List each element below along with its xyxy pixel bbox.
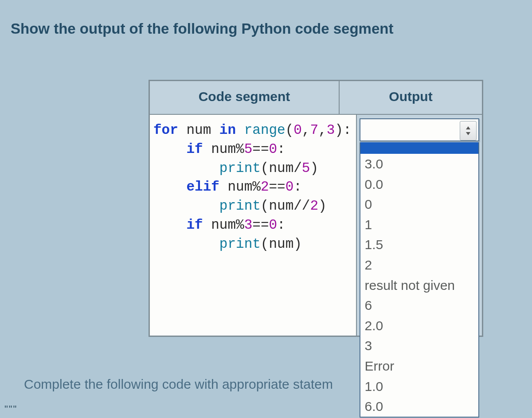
- option-12[interactable]: 6.0: [360, 396, 478, 417]
- footer-marks: """: [4, 403, 17, 415]
- fn-print: print: [219, 198, 261, 214]
- option-7[interactable]: 6: [360, 295, 478, 316]
- option-10[interactable]: Error: [360, 356, 478, 376]
- body-row: for num in range(0,7,3): if num%5==0: pr…: [149, 114, 482, 336]
- option-2[interactable]: 0: [360, 194, 478, 215]
- option-3[interactable]: 1: [360, 215, 478, 235]
- dropdown-toggle[interactable]: [460, 121, 477, 141]
- option-1[interactable]: 0.0: [360, 174, 478, 195]
- header-row: Code segment Output: [149, 81, 482, 114]
- svg-marker-0: [466, 126, 470, 129]
- option-9[interactable]: 3: [360, 336, 478, 356]
- output-options-list[interactable]: 3.00.0011.52result not given62.03Error1.…: [360, 142, 479, 418]
- kw-in: in: [219, 122, 236, 138]
- fn-range: range: [244, 122, 286, 138]
- option-highlight: [360, 142, 478, 154]
- option-4[interactable]: 1.5: [360, 234, 478, 255]
- option-5[interactable]: 2: [360, 255, 478, 275]
- question-table: Code segment Output for num in range(0,7…: [149, 80, 483, 337]
- code-cell: for num in range(0,7,3): if num%5==0: pr…: [149, 114, 356, 336]
- header-output: Output: [339, 81, 482, 114]
- option-6[interactable]: result not given: [360, 275, 478, 296]
- kw-for: for: [153, 122, 178, 138]
- kw-elif: elif: [186, 179, 219, 195]
- fn-print: print: [219, 160, 261, 176]
- output-cell: 3.00.0011.52result not given62.03Error1.…: [356, 114, 482, 336]
- kw-if: if: [186, 217, 203, 233]
- fn-print: print: [219, 236, 261, 252]
- question-title: Show the output of the following Python …: [11, 20, 532, 37]
- svg-marker-1: [466, 132, 470, 135]
- output-select[interactable]: [360, 118, 479, 141]
- code-segment: for num in range(0,7,3): if num%5==0: pr…: [153, 121, 352, 254]
- next-question-text: Complete the following code with appropr…: [24, 377, 333, 392]
- option-8[interactable]: 2.0: [360, 316, 478, 336]
- kw-if: if: [186, 141, 203, 157]
- sort-icon: [465, 126, 471, 135]
- option-0[interactable]: 3.0: [360, 154, 478, 174]
- output-selected-value: [360, 119, 365, 133]
- header-code: Code segment: [149, 81, 339, 114]
- option-11[interactable]: 1.0: [360, 376, 478, 397]
